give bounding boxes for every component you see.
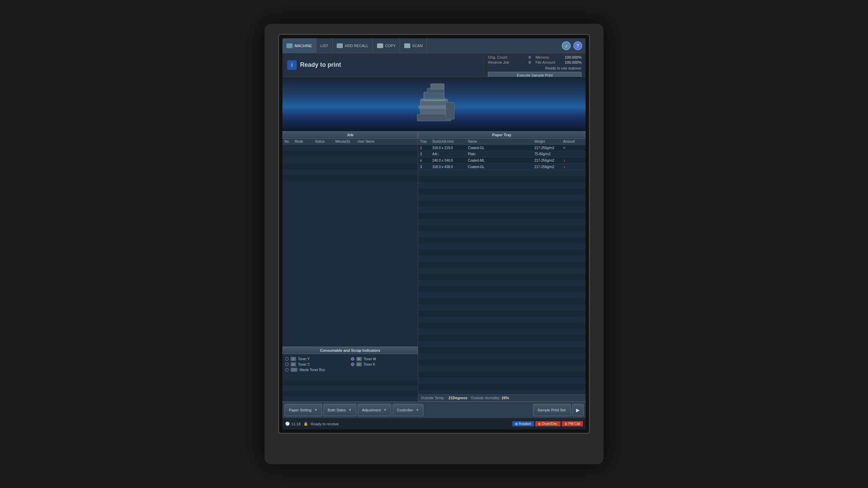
trays-num: s: [420, 159, 432, 162]
tab-hdd-recall[interactable]: HDD RECALL: [333, 38, 373, 53]
consumable-grid: Y Toner Y M Toner M C Tone: [282, 354, 418, 374]
outside-temp-sep: :: [446, 396, 447, 400]
toner-y-indicator: [285, 357, 289, 361]
pm-call-label: PM Call: [568, 422, 580, 426]
sound-button[interactable]: ♪: [562, 41, 571, 50]
waste-toner-item: □ Waste Toner Box: [285, 368, 350, 372]
outside-temp-item: Outside Temp. : 21Degrees: [421, 396, 467, 400]
tab-scan-label: SCAN: [412, 44, 423, 48]
trays-name: Coated-ML: [468, 159, 534, 162]
bottom-toolbar: Paper Setting ▼ Both Sides ▼ Adjustment …: [282, 402, 586, 418]
both-sides-button[interactable]: Both Sides ▼: [323, 404, 356, 416]
scan-icon: [404, 43, 410, 48]
tray3-amount: ↓: [563, 164, 584, 169]
svg-rect-2: [424, 92, 444, 101]
col-minutes-header: Minute(S): [335, 140, 357, 143]
screen: MACHINE LIST HDD RECALL COPY SCAN: [282, 38, 586, 429]
adjustment-button[interactable]: Adjustment ▼: [358, 404, 391, 416]
memory-value: 100.000%: [565, 55, 581, 59]
drum-dev-badge: Drum/Dev.: [535, 421, 560, 426]
controller-label: Controller: [397, 408, 413, 412]
recall-icon: [337, 43, 343, 48]
paper-tray-table: Tray Size(Unit:mm) Name Weight Amount 1 …: [418, 139, 586, 170]
footer-badges: Rotation Drum/Dev. PM Call: [512, 421, 583, 426]
status-right: Orig. Count 0 Memory 100.000% Reserve Jo…: [484, 53, 586, 77]
toner-m-item: M Toner M: [351, 357, 415, 361]
paper-setting-label: Paper Setting: [289, 408, 312, 412]
tray2-num: 2: [420, 152, 432, 156]
svg-rect-7: [421, 100, 447, 101]
tray-col-amount: Amount: [563, 140, 584, 143]
tray-col-weight: Weight: [534, 140, 563, 143]
tray2-name: Plain: [468, 152, 534, 156]
toner-k-icon: K: [356, 362, 362, 366]
tab-list[interactable]: LIST: [316, 38, 333, 53]
toner-c-icon: C: [291, 362, 296, 366]
tray3-name: Coated-GL: [468, 165, 534, 169]
tray1-num: 1: [420, 146, 432, 150]
adjustment-chevron: ▼: [383, 408, 387, 412]
reserve-job-label: Reserve Job: [488, 60, 518, 64]
outside-temp-value: 21Degrees: [449, 396, 468, 400]
consumable-section: Consumable and Scrap Indicators Y Toner …: [282, 346, 418, 402]
orig-count-label: Orig. Count: [488, 55, 518, 59]
memory-label: Memory: [535, 55, 563, 59]
footer-status-text: Ready to receive: [311, 422, 339, 426]
outside-humidity-label: Outside Humidity:: [471, 396, 500, 400]
toner-y-label: Toner Y: [298, 357, 310, 361]
col-user-header: User Name: [357, 140, 416, 143]
right-panel: Paper Tray Tray Size(Unit:mm) Name Weigh…: [418, 131, 586, 402]
controller-button[interactable]: Controller ▼: [393, 404, 424, 416]
info-icon: i: [287, 60, 297, 70]
tray-col-size: Size(Unit:mm): [432, 140, 468, 143]
tray1-weight: 217-256g/m2: [534, 146, 563, 150]
reserve-job-value: 0: [520, 60, 531, 64]
copy-icon: [377, 43, 383, 48]
tab-machine-label: MACHINE: [295, 44, 312, 48]
paper-setting-chevron: ▼: [314, 408, 318, 412]
tray-row-2: 2 A4□ Plain 75-80g/m2: [418, 151, 586, 157]
tray1-amount: =: [563, 145, 584, 150]
tray-col-name: Name: [468, 140, 534, 143]
toner-m-label: Toner M: [364, 357, 376, 361]
help-button[interactable]: ?: [573, 41, 582, 50]
consumable-rows: [282, 374, 418, 402]
col-no-header: No.: [284, 140, 295, 143]
top-nav: MACHINE LIST HDD RECALL COPY SCAN: [282, 38, 586, 53]
tray3-num: 3: [420, 165, 432, 169]
paper-tray-section: Paper Tray Tray Size(Unit:mm) Name Weigh…: [418, 131, 586, 170]
paper-setting-button[interactable]: Paper Setting ▼: [284, 404, 322, 416]
tab-list-label: LIST: [320, 44, 328, 48]
drum-dot: [538, 423, 541, 425]
ready-text: Ready to print: [300, 61, 341, 68]
file-amount-label: File Amount: [535, 60, 563, 64]
job-section-header: Job: [282, 131, 418, 139]
consumable-section-header: Consumable and Scrap Indicators: [282, 347, 418, 354]
reserve-job-row: Reserve Job 0 File Amount 100.000%: [488, 60, 581, 64]
file-amount-value: 100.000%: [565, 60, 581, 64]
drum-dev-label: Drum/Dev.: [542, 422, 558, 426]
trays-size: 240.0 x 340.0: [432, 159, 468, 162]
clock-icon: 🕐: [285, 422, 290, 426]
toner-c-item: C Toner C: [285, 362, 350, 366]
tab-machine[interactable]: MACHINE: [282, 38, 316, 53]
right-lower-area: [418, 170, 586, 394]
help-icon: ?: [576, 43, 579, 48]
pm-dot: [565, 423, 567, 425]
nav-forward-button[interactable]: ▶: [572, 404, 584, 416]
outside-temp-label: Outside Temp.: [421, 396, 445, 400]
job-rows: [282, 145, 418, 185]
tray2-size: A4□: [432, 152, 468, 156]
sample-print-set-label: Sample Print Set.: [537, 408, 567, 412]
tray-table-header: Tray Size(Unit:mm) Name Weight Amount: [418, 139, 586, 145]
tab-scan[interactable]: SCAN: [400, 38, 427, 53]
toner-k-item: K Toner K: [351, 362, 415, 366]
tab-copy[interactable]: COPY: [373, 38, 400, 53]
status-left: i Ready to print: [282, 53, 484, 77]
sample-print-set-button[interactable]: Sample Print Set.: [533, 404, 571, 416]
job-table: No. Mode Status Minute(S) User Name: [282, 139, 418, 346]
pm-call-badge: PM Call: [562, 421, 583, 426]
orig-count-value: 0: [520, 55, 531, 59]
tray2-weight: 75-80g/m2: [534, 152, 563, 156]
job-table-header: No. Mode Status Minute(S) User Name: [282, 139, 418, 145]
